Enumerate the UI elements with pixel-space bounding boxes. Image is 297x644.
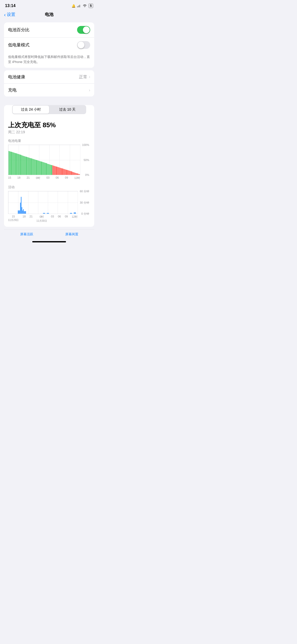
battery-health-label: 电池健康	[8, 74, 25, 80]
y-label-100: 100%	[82, 143, 89, 146]
x-label-09: 09	[65, 176, 68, 180]
x-label-0h: 0时	[36, 176, 40, 180]
activity-x-labels: 15 11月29日 18 21 0时 11月30日 03 06	[8, 214, 78, 223]
screen-idle-tab[interactable]: 屏幕闲置	[65, 232, 78, 237]
battery-chart: 100% 50% 0% 15 18 21 0时 03 06 09 12时	[8, 145, 90, 181]
activity-section: 活动 60 分钟 30 分钟 0 分钟	[8, 185, 90, 223]
back-button[interactable]: ‹ 设置	[4, 12, 15, 17]
svg-rect-1	[78, 6, 79, 7]
charging-label: 充电	[8, 87, 17, 93]
battery-settings-card: 电池百分比 低电量模式 低电量模式将暂时降低如下载和邮件抓取等后台活动，直至 i…	[4, 22, 94, 68]
low-power-mode-label: 低电量模式	[8, 42, 29, 48]
charge-title: 上次充电至 85%	[8, 117, 90, 129]
chart-section: 过去 24 小时 过去 10 天 上次充电至 85% 周二 22:19 电池电量	[4, 105, 94, 227]
x-label-18: 18	[17, 176, 20, 180]
battery-x-labels: 15 18 21 0时 03 06 09 12时	[8, 175, 80, 181]
y-label-0: 0%	[85, 173, 89, 176]
battery-health-value: 正常	[79, 74, 87, 80]
charging-value-group: ›	[89, 88, 90, 92]
page-title: 电池	[45, 12, 53, 17]
battery-health-card: 电池健康 正常 › 充电 ›	[4, 70, 94, 96]
low-power-description: 低电量模式将暂时降低如下载和邮件抓取等后台活动，直至 iPhone 完全充电。	[4, 52, 94, 68]
charging-row[interactable]: 充电 ›	[4, 83, 94, 96]
low-power-mode-row: 低电量模式	[4, 37, 94, 52]
battery-health-row[interactable]: 电池健康 正常 ›	[4, 70, 94, 83]
battery-percentage-label: 电池百分比	[8, 27, 29, 33]
charge-subtitle: 周二 22:19	[8, 130, 90, 135]
tab-10d[interactable]: 过去 10 天	[49, 106, 86, 114]
y-activity-60: 60 分钟	[80, 189, 89, 193]
y-activity-0: 0 分钟	[81, 212, 89, 216]
charge-info: 上次充电至 85% 周二 22:19	[8, 117, 90, 135]
signal-icon	[77, 4, 81, 7]
y-activity-30: 30 分钟	[80, 201, 89, 204]
wifi-icon	[83, 4, 87, 8]
low-power-mode-toggle[interactable]	[77, 41, 90, 49]
time-range-tabs: 过去 24 小时 过去 10 天	[12, 105, 86, 114]
x-label-03: 03	[46, 176, 49, 180]
charging-chevron-icon: ›	[89, 88, 90, 92]
battery-badge: 5	[88, 4, 93, 8]
status-bar: 13:14 🔔 5	[0, 0, 98, 10]
back-label: 设置	[7, 12, 15, 17]
battery-health-value-group: 正常 ›	[79, 74, 90, 80]
x-label-06: 06	[56, 176, 59, 180]
toggle-knob	[83, 26, 90, 33]
activity-label: 活动	[8, 185, 90, 189]
x-label-21: 21	[27, 176, 30, 180]
toggle-knob-2	[78, 42, 84, 48]
status-time: 13:14	[5, 4, 16, 8]
home-indicator	[32, 241, 66, 242]
battery-percentage-toggle[interactable]	[77, 26, 90, 34]
screen-active-tab[interactable]: 屏幕活跃	[20, 232, 33, 237]
battery-percentage-row: 电池百分比	[4, 22, 94, 37]
battery-level-label: 电池电量	[8, 139, 90, 143]
home-indicator-area	[0, 237, 98, 244]
health-chevron-icon: ›	[89, 75, 90, 79]
screen-activity-tabs: 屏幕活跃 屏幕闲置	[4, 229, 94, 237]
svg-rect-2	[79, 5, 80, 7]
svg-rect-0	[77, 6, 78, 7]
back-chevron-icon: ‹	[4, 12, 6, 17]
notification-bell-icon: 🔔	[72, 4, 76, 8]
status-icons: 🔔 5	[72, 4, 93, 8]
tab-24h[interactable]: 过去 24 小时	[13, 106, 49, 114]
x-label-15: 15	[8, 176, 11, 180]
x-label-12h: 12时	[74, 176, 80, 180]
nav-bar: ‹ 设置 电池	[0, 10, 98, 20]
y-label-50: 50%	[84, 158, 89, 162]
